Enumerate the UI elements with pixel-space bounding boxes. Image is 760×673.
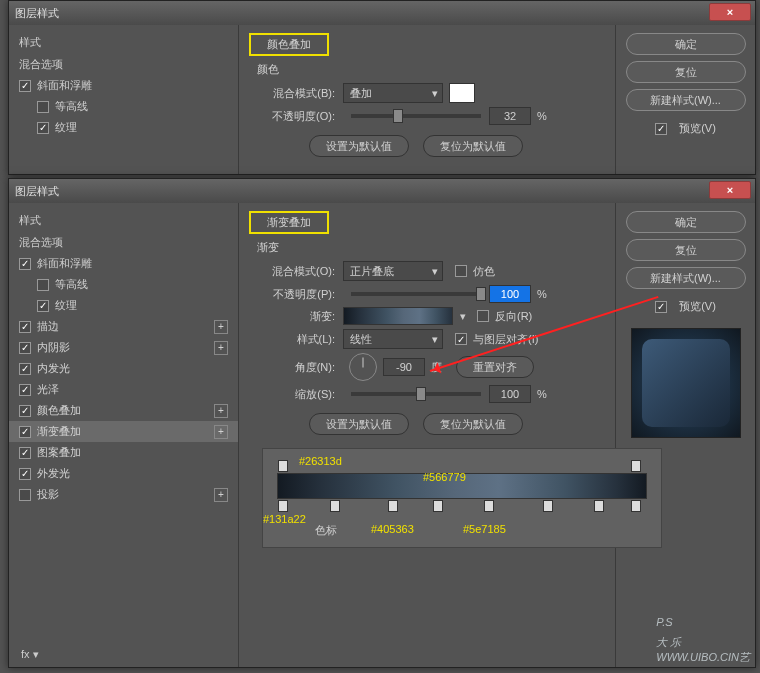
color-stop[interactable] (278, 500, 288, 512)
preview-checkbox[interactable] (655, 123, 667, 135)
sidebar-head: 样式 (9, 209, 238, 232)
align-checkbox[interactable] (455, 333, 467, 345)
color-stop[interactable] (484, 500, 494, 512)
sidebar-item-satin[interactable]: 光泽 (9, 379, 238, 400)
blend-mode-select[interactable]: 叠加 (343, 83, 443, 103)
checkbox-icon[interactable] (19, 384, 31, 396)
plus-icon[interactable]: + (214, 341, 228, 355)
checkbox-icon[interactable] (19, 258, 31, 270)
gradient-swatch[interactable] (343, 307, 453, 325)
blend-mode-select[interactable]: 正片叠底 (343, 261, 443, 281)
checkbox-icon[interactable] (19, 447, 31, 459)
color-swatch[interactable] (449, 83, 475, 103)
titlebar[interactable]: 图层样式 × (9, 1, 755, 25)
checkbox-icon[interactable] (19, 426, 31, 438)
dither-checkbox[interactable] (455, 265, 467, 277)
dialog-title: 图层样式 (15, 6, 59, 21)
watermark: P.S 大 乐 WWW.UIBO.CIN艺 (656, 593, 750, 665)
sidebar-item-inner-shadow[interactable]: 内阴影+ (9, 337, 238, 358)
color-hex: #131a22 (263, 513, 306, 525)
color-stop[interactable] (543, 500, 553, 512)
scale-input[interactable]: 100 (489, 385, 531, 403)
sidebar-item-bevel[interactable]: 斜面和浮雕 (9, 253, 238, 274)
scale-slider[interactable] (351, 392, 481, 396)
fx-label[interactable]: fx ▾ (15, 646, 45, 663)
checkbox-icon[interactable] (37, 122, 49, 134)
checkbox-icon[interactable] (19, 321, 31, 333)
checkbox-icon[interactable] (19, 80, 31, 92)
gradient-label: 渐变: (249, 309, 335, 324)
opacity-slider[interactable] (351, 292, 481, 296)
section-title: 渐变叠加 (249, 211, 329, 234)
style-select[interactable]: 线性 (343, 329, 443, 349)
color-stop[interactable] (594, 500, 604, 512)
sidebar-head: 样式 (9, 31, 238, 54)
style-sidebar: 样式 混合选项 斜面和浮雕 等高线 纹理 (9, 25, 239, 174)
sidebar-item-contour[interactable]: 等高线 (9, 274, 238, 295)
checkbox-icon[interactable] (19, 489, 31, 501)
opacity-slider[interactable] (351, 114, 481, 118)
sidebar-blend-options[interactable]: 混合选项 (9, 232, 238, 253)
sidebar-item-texture[interactable]: 纹理 (9, 295, 238, 316)
titlebar[interactable]: 图层样式 × (9, 179, 755, 203)
color-stop[interactable] (388, 500, 398, 512)
checkbox-icon[interactable] (37, 101, 49, 113)
sidebar-item-outer-glow[interactable]: 外发光 (9, 463, 238, 484)
checkbox-icon[interactable] (19, 342, 31, 354)
sidebar-item-bevel[interactable]: 斜面和浮雕 (9, 75, 238, 96)
opacity-label: 不透明度(P): (249, 287, 335, 302)
color-stop[interactable] (631, 500, 641, 512)
slider-thumb[interactable] (476, 287, 486, 301)
color-hex: #405363 (371, 523, 414, 535)
preview-checkbox[interactable] (655, 301, 667, 313)
opacity-stop[interactable] (278, 460, 288, 472)
stop-label: 色标 (315, 523, 337, 538)
ok-button[interactable]: 确定 (626, 33, 746, 55)
ok-button[interactable]: 确定 (626, 211, 746, 233)
scale-label: 缩放(S): (249, 387, 335, 402)
sidebar-item-drop-shadow[interactable]: 投影+ (9, 484, 238, 505)
color-stop[interactable] (433, 500, 443, 512)
sidebar-item-inner-glow[interactable]: 内发光 (9, 358, 238, 379)
checkbox-icon[interactable] (37, 279, 49, 291)
angle-dial[interactable] (349, 353, 377, 381)
sidebar-item-pattern-overlay[interactable]: 图案叠加 (9, 442, 238, 463)
checkbox-icon[interactable] (19, 363, 31, 375)
sidebar-item-contour[interactable]: 等高线 (9, 96, 238, 117)
blend-mode-label: 混合模式(O): (249, 264, 335, 279)
plus-icon[interactable]: + (214, 320, 228, 334)
opacity-input[interactable]: 100 (489, 285, 531, 303)
sub-title: 渐变 (257, 240, 605, 255)
new-style-button[interactable]: 新建样式(W)... (626, 89, 746, 111)
checkbox-icon[interactable] (19, 405, 31, 417)
opacity-stop[interactable] (631, 460, 641, 472)
sidebar-item-gradient-overlay[interactable]: 渐变叠加+ (9, 421, 238, 442)
new-style-button[interactable]: 新建样式(W)... (626, 267, 746, 289)
section-title: 颜色叠加 (249, 33, 329, 56)
reset-default-button[interactable]: 复位为默认值 (423, 413, 523, 435)
close-button[interactable]: × (709, 3, 751, 21)
sub-title: 颜色 (257, 62, 605, 77)
plus-icon[interactable]: + (214, 488, 228, 502)
angle-input[interactable]: -90 (383, 358, 425, 376)
checkbox-icon[interactable] (19, 468, 31, 480)
reverse-checkbox[interactable] (477, 310, 489, 322)
reset-button[interactable]: 复位 (626, 239, 746, 261)
sidebar-blend-options[interactable]: 混合选项 (9, 54, 238, 75)
close-button[interactable]: × (709, 181, 751, 199)
sidebar-item-texture[interactable]: 纹理 (9, 117, 238, 138)
sidebar-item-stroke[interactable]: 描边+ (9, 316, 238, 337)
slider-thumb[interactable] (416, 387, 426, 401)
color-hex: #26313d (299, 455, 342, 467)
color-stop[interactable] (330, 500, 340, 512)
sidebar-item-color-overlay[interactable]: 颜色叠加+ (9, 400, 238, 421)
slider-thumb[interactable] (393, 109, 403, 123)
reset-default-button[interactable]: 复位为默认值 (423, 135, 523, 157)
reset-button[interactable]: 复位 (626, 61, 746, 83)
plus-icon[interactable]: + (214, 425, 228, 439)
plus-icon[interactable]: + (214, 404, 228, 418)
set-default-button[interactable]: 设置为默认值 (309, 135, 409, 157)
set-default-button[interactable]: 设置为默认值 (309, 413, 409, 435)
opacity-input[interactable]: 32 (489, 107, 531, 125)
checkbox-icon[interactable] (37, 300, 49, 312)
